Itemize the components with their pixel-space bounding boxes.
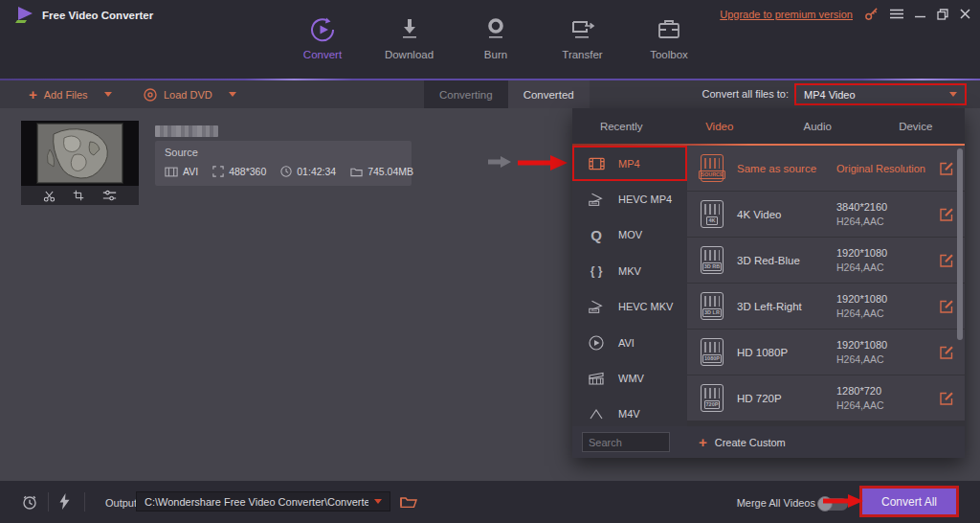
create-custom-button[interactable]: + Create Custom: [699, 434, 786, 450]
crop-icon[interactable]: [73, 190, 84, 201]
search-input[interactable]: [582, 432, 670, 452]
preset-resolution: 1920*1080: [836, 293, 940, 305]
merge-all-videos-label: Merge All Videos: [737, 497, 815, 509]
hevc-play-icon: [587, 193, 606, 207]
edit-icon[interactable]: [940, 254, 953, 267]
register-key-icon[interactable]: [864, 7, 879, 21]
schedule-clock-icon[interactable]: [21, 493, 38, 511]
chevron-down-icon: [374, 499, 382, 504]
film-icon: [165, 167, 178, 177]
format-label: HEVC MKV: [618, 301, 673, 312]
preset-resolution: 1280*720: [836, 385, 940, 397]
file-name-redacted: [155, 125, 218, 137]
restore-button[interactable]: [937, 9, 948, 20]
preset-name: 4K Video: [724, 209, 836, 220]
preset-file-icon: 4K: [701, 200, 724, 228]
load-dvd-button[interactable]: Load DVD: [144, 80, 236, 108]
preset-list: SOURCE Same as source Original Resolutio…: [687, 146, 965, 426]
tab-download[interactable]: Download: [382, 17, 437, 60]
convert-direction-arrow-icon: [488, 155, 511, 169]
trim-scissors-icon[interactable]: [43, 190, 56, 202]
panel-tab-video[interactable]: Video: [671, 108, 769, 145]
m4v-icon: [587, 408, 606, 420]
format-item-avi[interactable]: AVI: [572, 325, 687, 360]
preset-row-3d-left-right[interactable]: 3D LR 3D Left-Right 1920*1080 H264,AAC: [687, 284, 965, 329]
output-path-select[interactable]: C:\Wondershare Free Video Converter\Conv…: [136, 491, 390, 512]
preset-row-hd-720p[interactable]: 720P HD 720P 1280*720 H264,AAC: [687, 375, 965, 421]
panel-tab-device[interactable]: Device: [867, 108, 966, 145]
effects-sliders-icon[interactable]: [102, 190, 117, 201]
tab-convert[interactable]: Convert: [295, 17, 350, 60]
panel-tab-audio[interactable]: Audio: [768, 108, 867, 145]
create-custom-label: Create Custom: [715, 437, 786, 448]
chevron-down-icon: [229, 92, 236, 97]
edit-icon[interactable]: [940, 162, 953, 175]
preset-codec: H264,AAC: [836, 353, 940, 365]
panel-tab-recently[interactable]: Recently: [572, 108, 671, 145]
resolution-icon: [212, 166, 224, 177]
lightning-icon[interactable]: [59, 493, 70, 510]
tab-label: Toolbox: [650, 49, 688, 60]
preset-codec: H264,AAC: [836, 216, 940, 227]
convert-icon: [310, 17, 335, 42]
format-label: MKV: [618, 265, 641, 277]
preset-row-4k-video[interactable]: 4K 4K Video 3840*2160 H264,AAC: [687, 192, 965, 237]
dvd-icon: [144, 88, 157, 102]
divider: [48, 492, 49, 512]
video-thumbnail-card[interactable]: [21, 121, 139, 205]
preset-row-hd-1080p[interactable]: 1080P HD 1080P 1920*1080 H264,AAC: [687, 330, 965, 375]
transfer-icon: [570, 17, 595, 42]
format-item-mov[interactable]: Q MOV: [572, 217, 687, 253]
convert-all-files-label: Convert all files to:: [702, 88, 789, 100]
preset-resolution: 1920*1080: [836, 339, 940, 351]
preset-file-icon: SOURCE: [701, 154, 724, 182]
mp4-film-icon: [587, 157, 606, 171]
titlebar-controls: Upgrade to premium version: [720, 7, 970, 21]
edit-icon[interactable]: [940, 346, 953, 359]
preset-row-same-as-source[interactable]: SOURCE Same as source Original Resolutio…: [687, 146, 965, 191]
tab-toolbox[interactable]: Toolbox: [641, 17, 697, 60]
plus-icon: +: [699, 434, 707, 450]
file-format: AVI: [165, 166, 198, 177]
format-item-m4v[interactable]: M4V: [572, 397, 687, 426]
tab-label: Convert: [303, 49, 342, 60]
filter-converting[interactable]: Converting: [424, 80, 508, 108]
close-button[interactable]: [960, 9, 970, 19]
video-thumbnail: [21, 121, 139, 186]
preset-row-3d-red-blue[interactable]: 3D RB 3D Red-Blue 1920*1080 H264,AAC: [687, 238, 965, 283]
format-label: HEVC MP4: [618, 193, 672, 205]
tab-label: Burn: [484, 49, 507, 60]
preset-codec: H264,AAC: [836, 307, 940, 319]
quicktime-q-icon: Q: [587, 227, 606, 243]
minimize-button[interactable]: [915, 9, 925, 19]
upgrade-link[interactable]: Upgrade to premium version: [720, 9, 853, 20]
open-folder-icon[interactable]: [400, 495, 417, 508]
output-format-dropdown[interactable]: MP4 Video: [794, 83, 967, 105]
add-files-button[interactable]: + Add Files: [29, 80, 112, 108]
preset-scrollbar[interactable]: [957, 148, 963, 340]
source-label: Source: [165, 147, 402, 158]
titlebar: Free Video Converter Convert Download: [0, 0, 980, 80]
filter-converted[interactable]: Converted: [508, 80, 590, 108]
clock-icon: [280, 166, 292, 177]
output-path-value: C:\Wondershare Free Video Converter\Conv…: [145, 496, 368, 508]
hevc-play-icon: [587, 300, 606, 314]
divider: [84, 492, 85, 512]
convert-all-button[interactable]: Convert All: [859, 486, 959, 517]
tab-burn[interactable]: Burn: [468, 17, 523, 60]
format-item-mkv[interactable]: { } MKV: [572, 253, 687, 288]
tab-transfer[interactable]: Transfer: [555, 17, 611, 60]
file-duration: 01:42:34: [280, 166, 336, 177]
toolbox-icon: [657, 17, 681, 42]
format-item-wmv[interactable]: WMV: [572, 360, 687, 396]
edit-icon[interactable]: [940, 300, 953, 313]
format-item-mp4[interactable]: MP4: [572, 146, 687, 181]
edit-icon[interactable]: [940, 392, 953, 405]
edit-icon[interactable]: [940, 208, 953, 221]
preset-file-icon: 1080P: [701, 338, 724, 366]
preset-file-icon: 720P: [701, 384, 724, 412]
chevron-down-icon: [104, 92, 112, 97]
format-item-hevc-mkv[interactable]: HEVC MKV: [572, 289, 687, 325]
menu-icon[interactable]: [890, 9, 903, 19]
format-item-hevc-mp4[interactable]: HEVC MP4: [572, 181, 687, 216]
